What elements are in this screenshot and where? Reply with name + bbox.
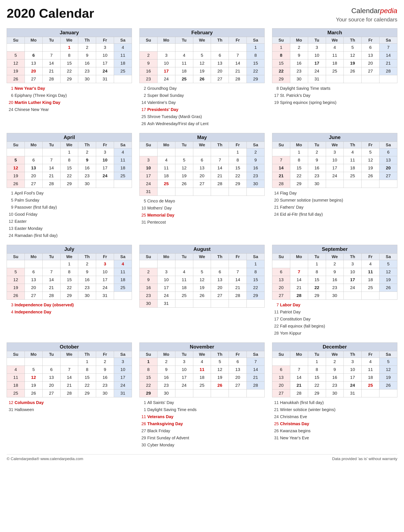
cal-day: 1	[272, 44, 290, 51]
cal-day	[229, 44, 247, 51]
holiday-text: Kwanzaa begins	[280, 427, 311, 434]
day-header-fr: Fr	[362, 351, 379, 358]
cal-day: 30	[78, 180, 96, 188]
cal-day: 1	[78, 358, 96, 366]
holiday-item: 13Easter Monday	[7, 225, 132, 232]
holiday-item: 31Halloween	[7, 406, 132, 413]
cal-table-june: JuneSuMoTuWeThFrSa 123456789101112131415…	[272, 133, 397, 188]
holiday-num: 24	[7, 106, 13, 113]
holiday-item: 5Cinco de Mayo	[140, 197, 265, 204]
cal-day: 12	[193, 276, 211, 284]
cal-day: 14	[229, 276, 247, 284]
day-header-mo: Mo	[25, 141, 42, 148]
holiday-item: 11Hanukkah (first full day)	[273, 399, 397, 406]
holidays-list-september: 7Labor Day11Patriot Day17Constitution Da…	[272, 301, 397, 337]
day-header-su: Su	[7, 141, 25, 148]
cal-day	[362, 389, 379, 397]
cal-day: 14	[290, 276, 308, 284]
day-header-th: Th	[211, 253, 229, 260]
holiday-num: 7	[273, 301, 279, 308]
day-header-su: Su	[7, 253, 25, 260]
day-header-we: We	[193, 37, 211, 44]
holiday-item: 8Daylight Saving Time starts	[273, 85, 397, 92]
day-header-th: Th	[211, 37, 229, 44]
month-block-march: MarchSuMoTuWeThFrSa123456789101112131415…	[272, 28, 397, 127]
cal-day: 30	[78, 291, 96, 299]
holiday-text: Eid al-Fitr (first full day)	[280, 211, 323, 218]
holiday-num: 1	[140, 399, 146, 406]
cal-day	[25, 44, 42, 51]
day-header-tu: Tu	[42, 141, 60, 148]
cal-day: 16	[140, 67, 157, 75]
cal-day	[60, 358, 78, 366]
holiday-text: Cinco de Mayo	[147, 197, 175, 204]
cal-day: 8	[247, 51, 265, 59]
holidays-list-june: 14Flag Day20Summer solstice (summer begi…	[272, 190, 397, 218]
cal-day: 22	[308, 381, 326, 389]
month-header: December	[272, 342, 397, 351]
cal-day: 21	[229, 67, 247, 75]
day-header-mo: Mo	[290, 351, 308, 358]
cal-day: 12	[7, 164, 25, 172]
holiday-text: Chinese New Year	[14, 106, 49, 113]
cal-day	[140, 44, 157, 51]
cal-day: 9	[140, 276, 157, 284]
cal-day	[211, 188, 229, 196]
cal-day	[140, 148, 157, 156]
cal-day	[114, 180, 132, 188]
cal-day: 5	[193, 268, 211, 276]
cal-day	[193, 260, 211, 268]
day-header-mo: Mo	[290, 37, 308, 44]
holidays-list-february: 2Groundhog Day2Super Bowl Sunday14Valent…	[139, 85, 265, 127]
holiday-item: 17St. Patrick's Day	[273, 92, 397, 99]
cal-day: 9	[140, 59, 157, 67]
holiday-item: 30Cyber Monday	[140, 441, 265, 449]
cal-day: 25	[326, 67, 344, 75]
day-header-sa: Sa	[379, 351, 397, 358]
cal-day: 26	[25, 389, 42, 397]
cal-day: 26	[379, 381, 397, 389]
holiday-item: 2Groundhog Day	[140, 85, 265, 92]
cal-day: 28	[379, 67, 397, 75]
cal-day	[211, 260, 229, 268]
holidays-list-december: 11Hanukkah (first full day)21Winter sols…	[272, 399, 397, 441]
cal-day: 16	[308, 164, 326, 172]
holiday-text: Labor Day	[280, 301, 300, 308]
holiday-text: Yom Kippur	[280, 329, 301, 337]
cal-day	[272, 148, 290, 156]
cal-day: 8	[60, 268, 78, 276]
day-header-we: We	[326, 141, 344, 148]
cal-day: 6	[25, 268, 42, 276]
cal-day: 22	[60, 67, 78, 75]
holidays-list-november: 1All Saints' Day1Daylight Saving Time en…	[139, 399, 265, 449]
cal-day: 11	[362, 366, 379, 374]
cal-day: 27	[25, 291, 42, 299]
holiday-text: Halloween	[14, 406, 34, 413]
cal-day	[25, 148, 42, 156]
cal-day: 25	[114, 172, 132, 180]
day-header-th: Th	[78, 351, 96, 358]
cal-day: 28	[229, 75, 247, 83]
cal-day: 20	[211, 67, 229, 75]
holiday-text: Fathers' Day	[280, 204, 304, 211]
holiday-num: 4	[7, 308, 13, 316]
month-header: February	[140, 28, 265, 37]
holiday-item: 1New Year's Day	[7, 85, 132, 92]
holiday-num: 31	[273, 434, 279, 441]
cal-day	[379, 75, 397, 83]
cal-day: 13	[229, 366, 247, 374]
holiday-item: 7Labor Day	[273, 301, 397, 308]
cal-day	[229, 188, 247, 196]
cal-day: 13	[211, 59, 229, 67]
holiday-item: 4Independence Day	[7, 308, 132, 316]
day-header-we: We	[326, 351, 344, 358]
day-header-mo: Mo	[157, 351, 175, 358]
cal-day: 10	[326, 156, 344, 164]
cal-day: 20	[272, 284, 290, 291]
holiday-item: 1April Fool's Day	[7, 190, 132, 196]
cal-day: 4	[114, 148, 132, 156]
holiday-text: Winter solstice (winter begins)	[280, 406, 336, 413]
day-header-tu: Tu	[308, 253, 326, 260]
brand-tagline: Your source for calendars	[336, 16, 397, 23]
cal-day: 5	[7, 51, 25, 59]
